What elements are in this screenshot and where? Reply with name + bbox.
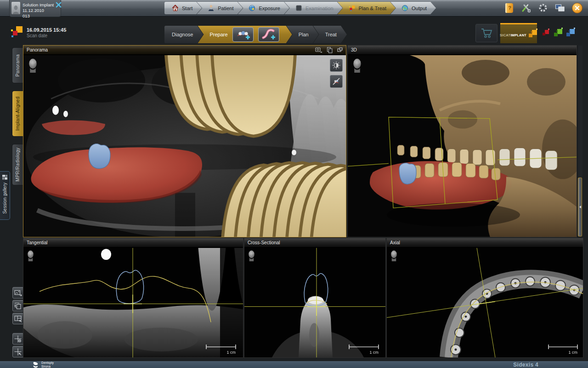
tab-mpr-radiology-workspace[interactable]: MPR/Radiology (12, 144, 23, 185)
maximize-view-icon[interactable] (337, 47, 343, 52)
segment-jaw-button[interactable] (258, 27, 279, 42)
scan-date-label: Scan date (27, 33, 66, 38)
hide-objects-button[interactable] (330, 75, 343, 88)
sidexis-label: Sidexis 4 (513, 361, 538, 368)
session-gallery-label: Session gallery (2, 183, 7, 214)
tab-implant-aligned-workspace[interactable]: Implant-Aligned (12, 91, 23, 137)
app-green-button[interactable] (553, 28, 564, 39)
brand-line-2: Sirona (41, 365, 54, 368)
patient-avatar-icon (11, 2, 20, 14)
gallery-grid-icon (2, 175, 7, 180)
settings-button[interactable] (538, 2, 548, 13)
nav-plan-treat[interactable]: Plan & Treat (338, 2, 396, 14)
windows-button[interactable] (555, 2, 565, 13)
workflow-prepare[interactable]: Prepare (198, 26, 292, 43)
export-image-icon (14, 289, 22, 297)
axial-panel-header: Axial (387, 238, 583, 247)
panel-title: Cross-Sectional (248, 240, 280, 245)
tools-button[interactable] (521, 2, 531, 13)
app-blue-button[interactable] (565, 28, 576, 39)
nav-label: Examination (305, 6, 334, 11)
cart-icon (481, 28, 492, 39)
nav-start[interactable]: Start (164, 2, 202, 14)
nav-patient[interactable]: Patient (197, 2, 243, 14)
scale-label: 1 cm (227, 350, 236, 355)
orientation-head-icon (351, 58, 363, 73)
orientation-head-icon (27, 58, 39, 73)
panorama-xray-image (23, 55, 346, 237)
tangential-slice-image: 1 cm (23, 248, 243, 357)
import-optical-scan-button[interactable] (232, 27, 254, 42)
dentsply-sirona-logo: Dentsply Sirona (32, 361, 54, 368)
three-d-panel-header: 3D (348, 46, 577, 55)
crosshair-reset-icon (14, 348, 22, 356)
export-screenshot-button[interactable] (12, 287, 24, 299)
panorama-panel-header: Panorama (23, 46, 346, 55)
nav-label: Patient (218, 6, 233, 11)
home-icon (172, 5, 179, 12)
help-button[interactable]: ? (504, 2, 514, 13)
scrollbar-handle[interactable] (578, 178, 582, 236)
scan-datetime: 16.09.2015 15:45 (27, 27, 66, 33)
close-icon (575, 6, 580, 11)
cross-sectional-panel-header: Cross-Sectional (244, 238, 385, 247)
panel-title: Axial (390, 240, 400, 245)
reset-layout-button[interactable] (12, 313, 24, 324)
hide-objects-icon (332, 77, 340, 86)
sicat-implant-icon (528, 29, 537, 39)
axial-view[interactable]: 1 cm (387, 248, 583, 357)
green-squares-icon (554, 29, 563, 38)
patient-record-id: 013 (23, 13, 62, 19)
tab-label: MPR/Radiology (15, 148, 20, 181)
session-gallery-tab[interactable]: Session gallery (0, 171, 10, 220)
sicat-brand-label: SICAT (500, 33, 511, 37)
tangential-view[interactable]: 1 cm (23, 248, 243, 357)
panel-title: Panorama (27, 47, 48, 52)
cross-sectional-slice-image: 1 cm (244, 248, 385, 357)
nav-label: Start (182, 6, 192, 11)
sicat-implant-button[interactable]: SICATIMPLANT (500, 23, 537, 43)
axial-slice-image: 1 cm (387, 248, 583, 357)
panorama-view[interactable] (23, 55, 346, 237)
dentsply-sirona-icon (32, 362, 39, 368)
panel-title: Tangential (27, 240, 48, 245)
app-red-button[interactable] (540, 28, 551, 39)
scan-info: 16.09.2015 15:45 Scan date (11, 26, 66, 39)
red-squares-icon (542, 29, 549, 37)
tab-label: Implant-Aligned (15, 97, 20, 131)
center-crosshair-button[interactable] (12, 346, 24, 357)
close-patient-icon[interactable] (56, 2, 62, 8)
windows-icon (555, 3, 565, 12)
workflow-steps: Diagnose Prepare Plan Treat (164, 26, 347, 43)
brightness-contrast-button[interactable] (330, 59, 343, 72)
three-d-panel: 3D (347, 45, 577, 237)
system-icons: ? (504, 2, 582, 13)
crosshair-eye-icon (14, 335, 22, 343)
shop-cart-button[interactable] (475, 24, 498, 42)
app-window: { "title_bar": { "patient": { "name": "S… (0, 0, 588, 368)
nav-output[interactable]: Output (390, 2, 436, 14)
jaw-curve-icon (261, 29, 276, 40)
tab-panorama-workspace[interactable]: Panorama (12, 47, 23, 83)
copy-view-icon[interactable] (327, 47, 333, 53)
copy-to-clipboard-button[interactable] (12, 300, 24, 311)
orientation-head-icon (247, 250, 256, 261)
nav-label: Exposure (259, 6, 280, 11)
gear-icon (538, 3, 548, 13)
toggle-crosshair-button[interactable] (12, 333, 24, 345)
nav-label: Plan & Treat (359, 6, 387, 11)
nav-exposure[interactable]: Exposure (237, 2, 289, 14)
view-scrollbar[interactable] (577, 46, 582, 237)
workflow-diagnose[interactable]: Diagnose (164, 26, 203, 43)
output-icon (401, 5, 408, 12)
examination-icon (295, 5, 302, 12)
patient-card[interactable]: Solution Implant 11.12.2010 013 (9, 0, 61, 17)
sicat-product-label: IMPLANT (510, 33, 526, 37)
nav-examination[interactable]: Examination (284, 2, 343, 14)
cross-sectional-view[interactable]: 1 cm (244, 248, 385, 357)
close-app-button[interactable] (572, 3, 582, 13)
help-book-icon: ? (505, 3, 513, 13)
screenshot-icon[interactable] (315, 47, 322, 53)
panel-title: 3D (351, 47, 357, 52)
three-d-view[interactable] (348, 55, 577, 237)
